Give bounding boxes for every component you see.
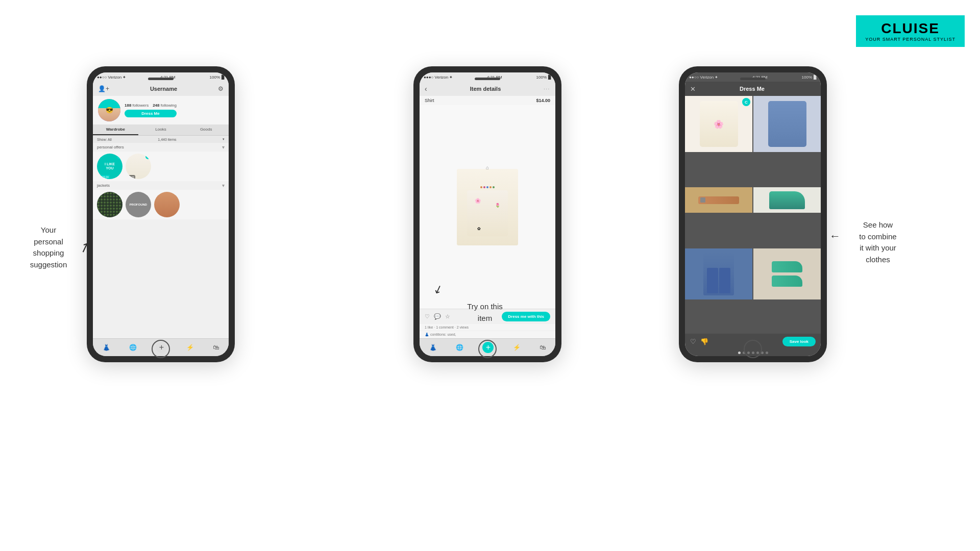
- section-jackets-label: jackets: [97, 183, 110, 188]
- outfit-jeans[interactable]: [685, 248, 752, 299]
- phone2-item-name: Shirt: [425, 98, 434, 103]
- phone1-filter-bar: Show: All 1,440 items ▾: [93, 136, 229, 143]
- dislike-icon[interactable]: 👎: [700, 338, 708, 345]
- comment-icon[interactable]: 💬: [434, 313, 441, 320]
- c-badge-1: C: [117, 154, 122, 159]
- phone2-item-price: $14.00: [536, 98, 550, 103]
- section-personal-offers-label: personal offers: [97, 145, 124, 149]
- phone2-carrier: ●●●○ Verizon: [424, 75, 448, 80]
- phone1-dress-me-button[interactable]: Dress Me: [125, 110, 177, 117]
- jacket-item-1[interactable]: [97, 192, 122, 217]
- nav-globe-icon[interactable]: 🌐: [129, 344, 137, 351]
- section-jackets-header: jackets ▾: [93, 181, 229, 190]
- following-count: 248: [153, 103, 159, 108]
- p2-nav-lightning-icon[interactable]: ⚡: [513, 344, 521, 351]
- phone2-header: ‹ Item details ···: [420, 82, 555, 96]
- nav-lightning-icon[interactable]: ⚡: [186, 344, 194, 351]
- sale-badge-1: % $20.00: [97, 175, 110, 179]
- outfit-shoes[interactable]: [753, 248, 821, 299]
- jacket-item-3[interactable]: [154, 192, 180, 217]
- personal-offer-item-2[interactable]: C $14.00: [126, 154, 151, 179]
- personal-offers-items: I LIKEYOU C % $20.00 C $14.00: [93, 152, 229, 181]
- phone1-battery: 100%: [210, 75, 220, 80]
- more-options-button[interactable]: ···: [544, 87, 550, 91]
- back-button[interactable]: ‹: [425, 85, 427, 93]
- phone2-item-name-price: Shirt $14.00: [420, 96, 555, 105]
- save-look-button[interactable]: Save look: [782, 337, 816, 346]
- section-personal-offers-arrow[interactable]: ▾: [222, 144, 225, 150]
- phone3: ●●○○ Verizon ✦ 4:21 PM 100% ▉ ✕ Dress Me…: [679, 66, 827, 362]
- phone3-speaker: [740, 78, 766, 80]
- filter-count: 1,440 items: [158, 138, 176, 141]
- phone2-item-meta: 1 like · 1 comment · 2 views: [420, 324, 555, 331]
- phone3-home-button[interactable]: [744, 340, 762, 358]
- like-icon[interactable]: ♡: [425, 313, 430, 320]
- p2-nav-wardrobe-icon[interactable]: 👗: [429, 344, 437, 351]
- phone3-carrier: ●●○○ Verizon: [689, 75, 714, 80]
- outfit-belt[interactable]: [685, 187, 752, 213]
- phone1-username: Username: [109, 86, 218, 92]
- logo: CLUISE YOUR SMART PERSONAL STYLIST: [856, 15, 965, 47]
- phone3-header: ✕ Dress Me: [685, 82, 821, 96]
- phone2-home-button[interactable]: [478, 340, 497, 358]
- nav-wardrobe-icon[interactable]: 👗: [103, 344, 110, 351]
- phone1-status-bar: ●●○○ Verizon ✦ 4:21 PM 100% ▉: [93, 72, 229, 82]
- phone1-screen: ●●○○ Verizon ✦ 4:21 PM 100% ▉ 👤+ Usernam…: [93, 72, 229, 356]
- outfit-shoes-mid[interactable]: [753, 187, 821, 213]
- logo-subtitle: YOUR SMART PERSONAL STYLIST: [865, 37, 955, 42]
- phone1-profile-section: 😎 188 followers 248 following Dress Me: [93, 96, 229, 124]
- jacket-item-2[interactable]: PROFOUND: [126, 192, 151, 217]
- phone3-title: Dress Me: [740, 86, 765, 92]
- jackets-items: PROFOUND: [93, 190, 229, 219]
- dot-7: [766, 352, 768, 354]
- phone1-tabs: Wardrobe Looks Goods: [93, 124, 229, 136]
- outfit-blouse[interactable]: 🌸 C: [685, 96, 752, 152]
- followers-count: 188: [125, 103, 131, 108]
- phone2-title: Item details: [470, 86, 501, 92]
- logo-title: CLUISE: [881, 20, 940, 37]
- c-badge-outfit: C: [742, 98, 750, 106]
- hanger-icon-small: 👗: [425, 333, 430, 336]
- phone3-screen: ●●○○ Verizon ✦ 4:21 PM 100% ▉ ✕ Dress Me…: [685, 72, 821, 356]
- phone3-status-bar: ●●○○ Verizon ✦ 4:21 PM 100% ▉: [685, 72, 821, 82]
- right-arrow: ←: [829, 230, 841, 243]
- section-personal-offers-header: personal offers ▾: [93, 143, 229, 152]
- phone1-speaker: [148, 78, 174, 80]
- phone1-home-button[interactable]: [152, 340, 170, 358]
- p2-nav-bag-icon[interactable]: 🛍: [540, 344, 546, 351]
- phone1-carrier: ●●○○ Verizon: [97, 75, 121, 80]
- p2-nav-globe-icon[interactable]: 🌐: [456, 344, 463, 351]
- avatar: 😎: [98, 99, 120, 121]
- section-jackets-arrow[interactable]: ▾: [222, 183, 225, 188]
- nav-bag-icon[interactable]: 🛍: [213, 344, 219, 351]
- heart-icon[interactable]: ♡: [690, 338, 696, 345]
- close-button[interactable]: ✕: [690, 85, 696, 93]
- settings-icon[interactable]: ⚙: [218, 85, 224, 92]
- right-annotation: See how to combine it with your clothes: [837, 219, 919, 265]
- phone2-speaker: [475, 78, 500, 80]
- phone2-battery: 100%: [536, 75, 547, 80]
- outfit-grid: 🌸 C: [685, 96, 821, 334]
- filter-show[interactable]: Show: All: [97, 138, 112, 141]
- phone1-header: 👤+ Username ⚙: [93, 82, 229, 96]
- profile-icon[interactable]: 👤+: [98, 85, 109, 92]
- personal-offer-item-1[interactable]: I LIKEYOU C % $20.00: [97, 154, 122, 179]
- phone2-status-bar: ●●●○ Verizon ✦ 4:21 PM 100% ▉: [420, 72, 555, 82]
- phone2-conditions: 👗 contitions: used,: [420, 331, 555, 338]
- dot-1: [738, 352, 741, 354]
- tab-goods[interactable]: Goods: [183, 124, 229, 135]
- phone3-battery: 100%: [802, 75, 812, 80]
- c-badge-2: C: [145, 154, 151, 159]
- phone2-item-image: ⌂ 🌸 🌷 ✿: [420, 105, 555, 309]
- tab-looks[interactable]: Looks: [138, 124, 184, 135]
- left-annotation: Your personal shopping suggestion: [15, 224, 82, 270]
- middle-annotation: Try on this item: [449, 301, 521, 324]
- phone1: ●●○○ Verizon ✦ 4:21 PM 100% ▉ 👤+ Usernam…: [87, 66, 235, 362]
- price-badge-2: $14.00: [126, 175, 135, 179]
- outfit-jacket[interactable]: [753, 96, 821, 152]
- tab-wardrobe[interactable]: Wardrobe: [93, 124, 138, 135]
